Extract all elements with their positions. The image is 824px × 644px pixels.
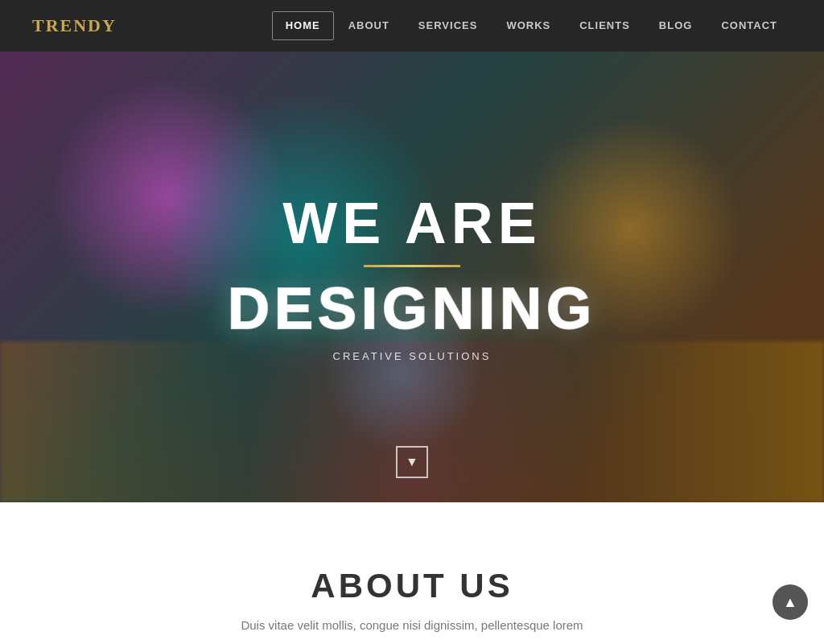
about-section: ABOUT US Duis vitae velit mollis, congue…: [0, 502, 824, 644]
nav-link-contact[interactable]: CONTACT: [707, 0, 792, 52]
hero-title-line2: DESIGNING: [228, 277, 596, 341]
nav-item-clients[interactable]: CLIENTS: [565, 0, 645, 52]
nav-link-works[interactable]: WORKS: [492, 0, 565, 52]
nav-item-services[interactable]: SERVICES: [404, 0, 492, 52]
hero-section: WE ARE DESIGNING CREATIVE SOLUTIONS ▼: [0, 52, 824, 502]
nav-link-clients[interactable]: CLIENTS: [565, 0, 645, 52]
brand-logo[interactable]: TRENDY: [32, 15, 117, 36]
nav-link-services[interactable]: SERVICES: [404, 0, 492, 52]
hero-title-line1: WE ARE: [228, 192, 596, 255]
hero-content: WE ARE DESIGNING CREATIVE SOLUTIONS: [228, 192, 596, 362]
about-subtitle: Duis vitae velit mollis, congue nisi dig…: [32, 618, 792, 632]
nav-link-about[interactable]: ABOUT: [334, 0, 404, 52]
chevron-down-icon: ▼: [406, 456, 418, 469]
hero-divider: [364, 265, 460, 267]
hero-scroll-button[interactable]: ▼: [396, 446, 428, 478]
nav-item-blog[interactable]: BLOG: [645, 0, 707, 52]
nav-link-home[interactable]: HOME: [272, 11, 334, 40]
nav-link-blog[interactable]: BLOG: [645, 0, 707, 52]
navbar: TRENDY HOME ABOUT SERVICES WORKS CLIENTS…: [0, 0, 824, 52]
nav-item-about[interactable]: ABOUT: [334, 0, 404, 52]
chevron-up-icon: ▲: [783, 594, 797, 611]
nav-item-contact[interactable]: CONTACT: [707, 0, 792, 52]
scroll-to-top-button[interactable]: ▲: [772, 584, 808, 620]
nav-item-works[interactable]: WORKS: [492, 0, 565, 52]
about-title: ABOUT US: [32, 567, 792, 605]
nav-item-home[interactable]: HOME: [272, 0, 334, 52]
nav-links: HOME ABOUT SERVICES WORKS CLIENTS BLOG C…: [272, 0, 792, 52]
hero-subtitle: CREATIVE SOLUTIONS: [228, 350, 596, 362]
